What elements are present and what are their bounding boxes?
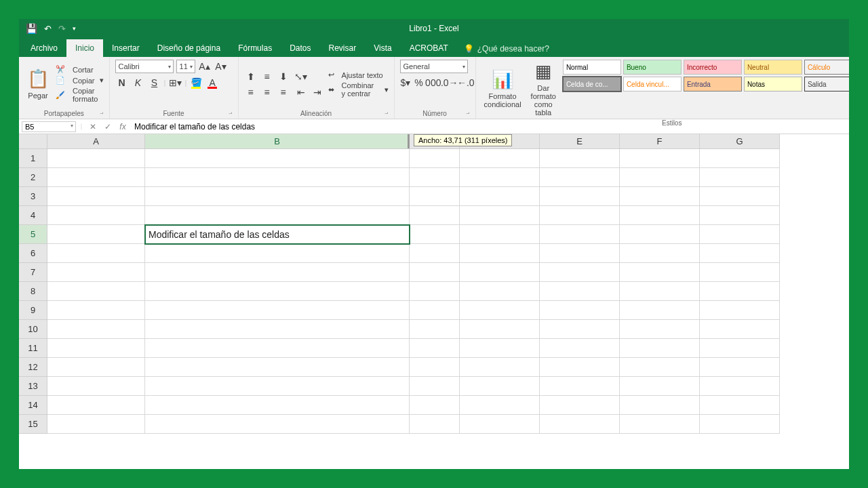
increase-font-icon[interactable]: A▴ bbox=[198, 60, 212, 73]
paste-button[interactable]: 📋 Pegar bbox=[24, 60, 52, 108]
cell-D6[interactable] bbox=[460, 244, 540, 263]
cell-F6[interactable] bbox=[620, 244, 700, 263]
cell-E6[interactable] bbox=[540, 244, 620, 263]
cell-D1[interactable] bbox=[460, 149, 540, 168]
cell-B9[interactable] bbox=[145, 301, 410, 320]
cell-G4[interactable] bbox=[700, 206, 780, 225]
tell-me-search[interactable]: 💡 ¿Qué desea hacer? bbox=[457, 44, 556, 57]
tab-diseno[interactable]: Diseño de página bbox=[149, 39, 229, 57]
row-header-11[interactable]: 11 bbox=[19, 339, 47, 358]
align-left-icon[interactable]: ≡ bbox=[244, 85, 258, 99]
cell-B10[interactable] bbox=[145, 320, 410, 339]
row-header-14[interactable]: 14 bbox=[19, 396, 47, 415]
borders-icon[interactable]: ⊞▾ bbox=[168, 76, 182, 89]
row-header-7[interactable]: 7 bbox=[19, 263, 47, 282]
tab-datos[interactable]: Datos bbox=[281, 39, 319, 57]
cell-A10[interactable] bbox=[47, 320, 145, 339]
cell-B11[interactable] bbox=[145, 339, 410, 358]
cell-D15[interactable] bbox=[460, 415, 540, 434]
row-header-8[interactable]: 8 bbox=[19, 282, 47, 301]
name-box[interactable]: B5 bbox=[22, 121, 76, 132]
cancel-icon[interactable]: ✕ bbox=[85, 122, 100, 131]
cell-style-2[interactable]: Incorrecto bbox=[684, 60, 742, 75]
cell-E2[interactable] bbox=[540, 168, 620, 187]
cell-E12[interactable] bbox=[540, 358, 620, 377]
tab-file[interactable]: Archivo bbox=[22, 39, 66, 57]
column-header-E[interactable]: E bbox=[540, 134, 620, 149]
cell-B7[interactable] bbox=[145, 263, 410, 282]
cell-A7[interactable] bbox=[47, 263, 145, 282]
fill-color-icon[interactable]: 🪣 bbox=[189, 76, 203, 89]
cell-style-0[interactable]: Normal bbox=[563, 60, 621, 75]
undo-icon[interactable]: ↶ bbox=[44, 24, 52, 34]
cell-E11[interactable] bbox=[540, 339, 620, 358]
decrease-indent-icon[interactable]: ⇤ bbox=[294, 85, 308, 99]
cell-A8[interactable] bbox=[47, 282, 145, 301]
cell-G3[interactable] bbox=[700, 187, 780, 206]
cell-E9[interactable] bbox=[540, 301, 620, 320]
cell-D7[interactable] bbox=[460, 263, 540, 282]
cell-D2[interactable] bbox=[460, 168, 540, 187]
cell-style-7[interactable]: Entrada bbox=[684, 77, 742, 92]
cell-G10[interactable] bbox=[700, 320, 780, 339]
font-name-combo[interactable]: Calibri bbox=[115, 60, 174, 73]
cell-D3[interactable] bbox=[460, 187, 540, 206]
merge-center-button[interactable]: ⬌ Combinar y centrar ▾ bbox=[328, 81, 389, 98]
cell-E14[interactable] bbox=[540, 396, 620, 415]
row-header-15[interactable]: 15 bbox=[19, 415, 47, 434]
number-format-combo[interactable]: General bbox=[400, 60, 468, 73]
cell-C3[interactable] bbox=[410, 187, 460, 206]
italic-button[interactable]: K bbox=[132, 76, 145, 89]
cell-D4[interactable] bbox=[460, 206, 540, 225]
cell-C13[interactable] bbox=[410, 377, 460, 396]
cell-E13[interactable] bbox=[540, 377, 620, 396]
cell-F14[interactable] bbox=[620, 396, 700, 415]
cell-B4[interactable] bbox=[145, 206, 410, 225]
cell-C10[interactable] bbox=[410, 320, 460, 339]
cell-G13[interactable] bbox=[700, 377, 780, 396]
align-bottom-icon[interactable]: ⬇ bbox=[277, 70, 290, 83]
cell-A9[interactable] bbox=[47, 301, 145, 320]
cell-D8[interactable] bbox=[460, 282, 540, 301]
row-header-3[interactable]: 3 bbox=[19, 187, 47, 206]
cell-B5[interactable]: Modificar el tamaño de las celdas bbox=[145, 225, 410, 244]
column-header-A[interactable]: A bbox=[47, 134, 145, 149]
cell-B3[interactable] bbox=[145, 187, 410, 206]
tab-inicio[interactable]: Inicio bbox=[66, 39, 103, 57]
cell-F3[interactable] bbox=[620, 187, 700, 206]
row-header-4[interactable]: 4 bbox=[19, 206, 47, 225]
cell-C9[interactable] bbox=[410, 301, 460, 320]
comma-icon[interactable]: 000 bbox=[427, 76, 440, 89]
row-header-2[interactable]: 2 bbox=[19, 168, 47, 187]
cell-F13[interactable] bbox=[620, 377, 700, 396]
format-as-table-button[interactable]: ▦ Dar formato como tabla bbox=[528, 60, 559, 118]
align-right-icon[interactable]: ≡ bbox=[277, 85, 290, 99]
cell-style-4[interactable]: Cálculo bbox=[804, 60, 849, 75]
cell-A5[interactable] bbox=[47, 225, 145, 244]
currency-icon[interactable]: $▾ bbox=[400, 76, 412, 89]
cell-B14[interactable] bbox=[145, 396, 410, 415]
cell-F4[interactable] bbox=[620, 206, 700, 225]
cell-A12[interactable] bbox=[47, 358, 145, 377]
format-painter-button[interactable]: 🖌️ Copiar formato bbox=[56, 87, 104, 103]
cell-D10[interactable] bbox=[460, 320, 540, 339]
tab-formulas[interactable]: Fórmulas bbox=[229, 39, 281, 57]
tab-acrobat[interactable]: ACROBAT bbox=[401, 39, 457, 57]
font-size-combo[interactable]: 11 bbox=[176, 60, 195, 73]
cell-F10[interactable] bbox=[620, 320, 700, 339]
cell-G7[interactable] bbox=[700, 263, 780, 282]
align-middle-icon[interactable]: ≡ bbox=[260, 70, 274, 83]
cell-E15[interactable] bbox=[540, 415, 620, 434]
cell-style-9[interactable]: Salida bbox=[804, 77, 849, 92]
row-header-6[interactable]: 6 bbox=[19, 244, 47, 263]
row-header-5[interactable]: 5 bbox=[19, 225, 47, 244]
cell-G11[interactable] bbox=[700, 339, 780, 358]
row-header-10[interactable]: 10 bbox=[19, 320, 47, 339]
cell-E8[interactable] bbox=[540, 282, 620, 301]
cell-B13[interactable] bbox=[145, 377, 410, 396]
cell-B12[interactable] bbox=[145, 358, 410, 377]
cell-C2[interactable] bbox=[410, 168, 460, 187]
cell-F7[interactable] bbox=[620, 263, 700, 282]
cell-G6[interactable] bbox=[700, 244, 780, 263]
orientation-icon[interactable]: ⤡▾ bbox=[294, 70, 308, 83]
